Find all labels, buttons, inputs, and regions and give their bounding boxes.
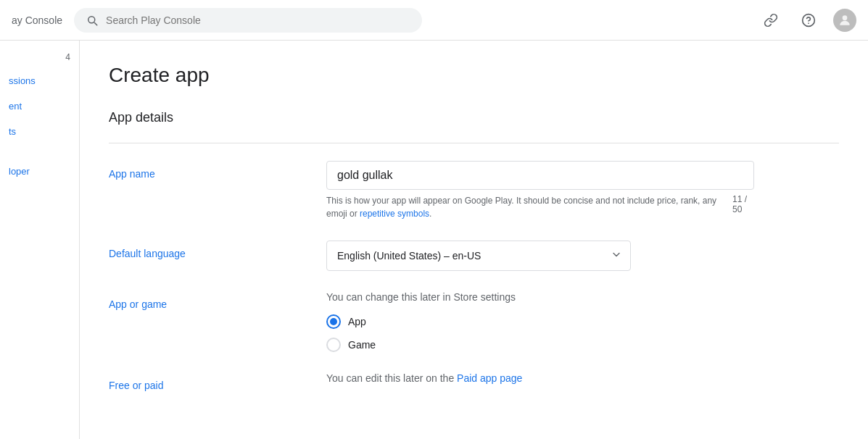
change-later-text: You can change this later in Store setti… (326, 291, 761, 303)
svg-point-1 (808, 22, 809, 24)
main-layout: 4 ssions ent ts loper Create app App det… (0, 41, 868, 439)
header: ay Console (0, 0, 868, 41)
radio-app-label: App (348, 316, 366, 327)
radio-app-button[interactable] (326, 314, 341, 329)
app-name-label: App name (109, 161, 326, 180)
radio-group: App Game (326, 314, 761, 352)
svg-point-2 (843, 15, 848, 20)
sidebar-item-ts[interactable]: ts (0, 119, 79, 144)
radio-game-option[interactable]: Game (326, 338, 761, 352)
radio-game-label: Game (348, 339, 376, 351)
free-or-paid-row: Free or paid You can edit this later on … (109, 372, 839, 391)
default-language-label: Default language (109, 241, 326, 259)
help-icon (801, 13, 816, 28)
default-language-field: English (United States) – en-US (326, 241, 761, 271)
char-count: 11 / 50 (732, 194, 754, 214)
sidebar: 4 ssions ent ts loper (0, 41, 80, 439)
search-icon (86, 14, 99, 27)
help-button[interactable] (795, 7, 822, 33)
edit-later-text: You can edit this later on the Paid app … (326, 372, 761, 384)
app-or-game-row: App or game You can change this later in… (109, 291, 839, 352)
app-name-field: This is how your app will appear on Goog… (326, 161, 761, 220)
sidebar-item-empty (0, 144, 79, 159)
app-or-game-field: You can change this later in Store setti… (326, 291, 761, 352)
brand-label: ay Console (12, 14, 62, 26)
page-title: Create app (109, 64, 839, 87)
sidebar-number: 4 (0, 46, 79, 68)
content-area: Create app App details App name This is … (80, 41, 868, 439)
app-name-input[interactable] (326, 161, 754, 190)
avatar[interactable] (833, 9, 856, 32)
avatar-icon (838, 13, 852, 28)
header-actions (758, 7, 856, 33)
section-divider (109, 143, 839, 143)
language-select[interactable]: English (United States) – en-US (326, 241, 631, 271)
app-name-row: App name This is how your app will appea… (109, 161, 839, 220)
language-select-wrapper: English (United States) – en-US (326, 241, 631, 271)
section-title: App details (109, 110, 839, 125)
free-or-paid-field: You can edit this later on the Paid app … (326, 372, 761, 384)
sidebar-item-ssions[interactable]: ssions (0, 68, 79, 93)
paid-app-page-link[interactable]: Paid app page (457, 372, 522, 384)
app-or-game-label: App or game (109, 291, 326, 310)
default-language-row: Default language English (United States)… (109, 241, 839, 271)
radio-app-option[interactable]: App (326, 314, 761, 329)
link-button[interactable] (758, 7, 784, 33)
link-icon (764, 13, 778, 28)
radio-game-button[interactable] (326, 338, 341, 352)
app-name-hint: This is how your app will appear on Goog… (326, 194, 732, 220)
search-bar[interactable] (74, 8, 422, 33)
radio-app-inner (330, 318, 337, 325)
sidebar-item-ent[interactable]: ent (0, 93, 79, 119)
search-input[interactable] (106, 14, 410, 26)
free-or-paid-label: Free or paid (109, 372, 326, 391)
sidebar-item-loper[interactable]: loper (0, 159, 79, 184)
repetitive-symbols-link[interactable]: repetitive symbols (360, 209, 429, 219)
